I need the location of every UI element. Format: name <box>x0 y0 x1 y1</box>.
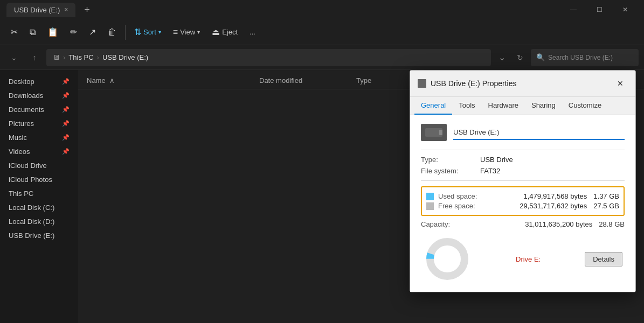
close-btn[interactable]: ✕ <box>613 1 638 18</box>
copy-icon: ⧉ <box>30 27 36 37</box>
sidebar-item-videos[interactable]: Videos 📌 <box>2 145 76 158</box>
type-row: Type: USB Drive <box>421 156 625 164</box>
donut-chart <box>423 235 472 283</box>
details-button[interactable]: Details <box>585 252 622 266</box>
sidebar-item-label: Local Disk (D:) <box>9 217 54 226</box>
col-header-date[interactable]: Date modified <box>259 72 356 89</box>
delete-button[interactable]: 🗑 <box>102 24 122 40</box>
used-space-color <box>426 193 434 200</box>
filesystem-value: FAT32 <box>480 167 500 175</box>
minimize-btn[interactable]: — <box>561 1 586 18</box>
back-dropdown-btn[interactable]: ⌄ <box>5 49 23 66</box>
drive-name-input[interactable] <box>453 125 625 140</box>
copy-button[interactable]: ⧉ <box>24 24 41 40</box>
sidebar-item-label: Documents <box>9 106 44 114</box>
sidebar-item-label: Local Disk (C:) <box>9 203 54 212</box>
view-button[interactable]: ≡ View ▾ <box>168 24 205 40</box>
drive-label-text: Drive E: <box>516 255 541 263</box>
sidebar-item-label: iCloud Photos <box>9 175 52 184</box>
path-dropdown-btn[interactable]: ⌄ <box>494 49 509 66</box>
drive-label: Drive E: <box>516 255 541 263</box>
pin-icon: 📌 <box>62 120 70 127</box>
col-header-name[interactable]: Name ∧ <box>87 72 259 89</box>
donut-row: Drive E: Details <box>421 235 625 283</box>
pin-icon: 📌 <box>62 92 70 99</box>
dialog-body: Type: USB Drive File system: FAT32 Used … <box>410 115 635 292</box>
sidebar-item-label: iCloud Drive <box>9 162 47 170</box>
toolbar-separator <box>125 25 126 40</box>
cut-button[interactable]: ✂ <box>5 24 23 40</box>
filesystem-label: File system: <box>421 167 480 175</box>
sidebar-item-label: Desktop <box>9 78 34 86</box>
capacity-row: Capacity: 31,011,635,200 bytes 28.8 GB <box>421 220 625 228</box>
titlebar-left: USB Drive (E:) × + <box>6 2 94 18</box>
sidebar-item-pictures[interactable]: Pictures 📌 <box>2 117 76 130</box>
sidebar-item-label: USB Drive (E:) <box>9 231 54 240</box>
sidebar-item-this-pc[interactable]: This PC <box>2 187 76 200</box>
path-separator-1: › <box>63 53 65 61</box>
svg-rect-2 <box>439 130 442 135</box>
path-separator-2: › <box>97 53 99 61</box>
tab-general[interactable]: General <box>414 97 452 115</box>
tab-customize[interactable]: Customize <box>562 97 608 115</box>
new-tab-btn[interactable]: + <box>80 2 94 18</box>
more-button[interactable]: ... <box>244 25 261 39</box>
more-label: ... <box>250 28 255 36</box>
usb-drive-svg <box>424 126 444 139</box>
sidebar-item-usb-e[interactable]: USB Drive (E:) <box>2 229 76 242</box>
sort-label: Sort <box>143 28 156 36</box>
view-label: View <box>180 28 195 36</box>
capacity-bytes: 31,011,635,200 bytes <box>480 220 599 228</box>
pin-icon: 📌 <box>62 78 70 85</box>
sidebar-item-music[interactable]: Music 📌 <box>2 131 76 144</box>
drive-home-icon: 🖥 <box>53 53 60 61</box>
sort-button[interactable]: ⇅ Sort ▾ <box>129 24 167 40</box>
tab-sharing[interactable]: Sharing <box>525 97 562 115</box>
used-space-gb: 1.37 GB <box>593 192 619 200</box>
properties-dialog: USB Drive (E:) Properties ✕ General Tool… <box>410 70 636 292</box>
dialog-close-btn[interactable]: ✕ <box>613 76 628 91</box>
sidebar-item-local-d[interactable]: Local Disk (D:) <box>2 215 76 228</box>
used-space-label: Used space: <box>438 192 492 200</box>
sidebar-item-documents[interactable]: Documents 📌 <box>2 103 76 116</box>
refresh-btn[interactable]: ↻ <box>513 49 528 66</box>
address-path[interactable]: 🖥 › This PC › USB Drive (E:) <box>46 49 491 66</box>
sidebar-item-local-c[interactable]: Local Disk (C:) <box>2 201 76 214</box>
capacity-label: Capacity: <box>421 220 480 228</box>
close-tab-btn[interactable]: × <box>64 6 68 13</box>
sort-asc-icon: ∧ <box>109 76 115 85</box>
dialog-drive-icon <box>418 79 426 88</box>
paste-icon: 📋 <box>47 27 58 37</box>
search-box[interactable]: 🔍 Search USB Drive (E:) <box>531 49 639 66</box>
back-dropdown-icon: ⌄ <box>11 53 17 62</box>
dialog-tabs: General Tools Hardware Sharing Customize <box>410 97 635 115</box>
free-space-gb: 27.5 GB <box>593 202 619 210</box>
capacity-gb: 28.8 GB <box>599 220 625 228</box>
maximize-btn[interactable]: ☐ <box>587 1 612 18</box>
divider-1 <box>421 150 625 150</box>
up-btn[interactable]: ↑ <box>26 49 43 66</box>
pin-icon: 📌 <box>62 148 70 155</box>
sort-chevron-icon: ▾ <box>158 29 161 35</box>
sidebar: Desktop 📌 Downloads 📌 Documents 📌 Pictur… <box>0 70 78 323</box>
share-button[interactable]: ↗ <box>84 24 101 40</box>
rename-icon: ✏ <box>70 27 77 37</box>
search-placeholder: Search USB Drive (E:) <box>548 54 613 61</box>
sidebar-item-icloud-photos[interactable]: iCloud Photos <box>2 173 76 186</box>
eject-button[interactable]: ⏏ Eject <box>206 24 243 40</box>
window-controls: — ☐ ✕ <box>561 1 638 18</box>
sidebar-item-desktop[interactable]: Desktop 📌 <box>2 75 76 88</box>
tab-tools[interactable]: Tools <box>452 97 481 115</box>
cut-icon: ✂ <box>11 27 18 37</box>
pin-icon: 📌 <box>62 106 70 113</box>
paste-button[interactable]: 📋 <box>42 24 64 40</box>
tab-hardware[interactable]: Hardware <box>482 97 525 115</box>
search-icon: 🔍 <box>536 53 545 61</box>
rename-button[interactable]: ✏ <box>65 24 82 40</box>
titlebar: USB Drive (E:) × + — ☐ ✕ <box>0 0 644 19</box>
path-this-pc[interactable]: This PC <box>68 53 93 61</box>
sidebar-item-downloads[interactable]: Downloads 📌 <box>2 89 76 102</box>
sidebar-item-icloud-drive[interactable]: iCloud Drive <box>2 159 76 172</box>
path-usb-drive[interactable]: USB Drive (E:) <box>102 53 148 61</box>
active-tab[interactable]: USB Drive (E:) × <box>6 3 75 17</box>
